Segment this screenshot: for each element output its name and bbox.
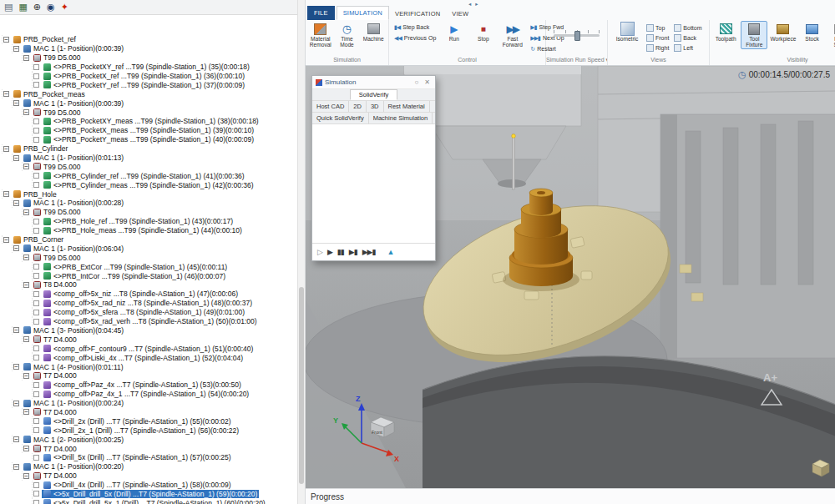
tree-row[interactable]: <comp_off>Liski_4x ...T7 (Spindle-AStati… (0, 353, 297, 362)
operation-checkbox[interactable] (33, 491, 39, 496)
tree-row[interactable]: <>PRB_PocketY_meas ...T99 (Spindle-Stati… (0, 135, 297, 144)
expander-icon[interactable]: − (13, 200, 19, 206)
operation-checkbox[interactable] (33, 355, 39, 360)
tab-quick-solidverify[interactable]: Quick SolidVerify (312, 113, 369, 123)
tree-row[interactable]: −T7 D4.000 (0, 471, 297, 481)
tree-row[interactable]: −PRB_Cylinder (0, 144, 297, 154)
tree-row[interactable]: <comp_off>5x_rad_niz ...T8 (Spindle-ASta… (0, 299, 297, 308)
left-view-button[interactable]: Left (672, 43, 703, 53)
tree-row[interactable]: <>PRB_PocketX_ref ...T99 (Spindle-Statio… (0, 72, 297, 81)
tree-row[interactable]: <>PRB_PocketXY_ref ...T99 (Spindle-Stati… (0, 63, 297, 72)
tree-scrollbar[interactable] (297, 0, 305, 504)
new-document-icon[interactable]: ▤ (4, 3, 13, 12)
expander-icon[interactable]: − (3, 146, 9, 152)
dialog-titlebar[interactable]: Simulation ○ ✕ (312, 76, 435, 89)
operation-checkbox[interactable] (33, 500, 39, 504)
tab-verification[interactable]: VERIFICATION (389, 8, 446, 20)
tree-row[interactable]: −T99 D5.000 (0, 53, 297, 63)
tree-row[interactable]: −T7 D4.000 (0, 335, 297, 344)
tree-row[interactable]: −MAC 1 (2- Position)(0:00:25) (0, 435, 297, 444)
step-forward-button[interactable]: ▶▮ (349, 248, 357, 256)
tree-row[interactable]: <>Drill_2x_1 (Drill) ...T7 (Spindle-ASta… (0, 426, 297, 435)
operation-checkbox[interactable] (33, 219, 39, 224)
tree-row[interactable]: −T99 D5.000 (0, 208, 297, 217)
operation-checkbox[interactable] (33, 82, 39, 88)
isometric-button[interactable]: Isometric (610, 21, 644, 43)
expander-icon[interactable]: − (13, 464, 19, 470)
stop-button[interactable]: ■Stop (469, 21, 497, 49)
expander-icon[interactable]: − (23, 109, 29, 115)
tab-file[interactable]: FILE (307, 6, 335, 20)
tab-machine-simulation[interactable]: Machine Simulation (369, 113, 433, 123)
initial-stock-button[interactable]: Initial Stock (827, 21, 835, 49)
operation-checkbox[interactable] (33, 391, 39, 397)
expander-icon[interactable]: − (23, 409, 29, 415)
expander-icon[interactable]: − (23, 209, 29, 215)
tree-row[interactable]: <>PRB_IntCor ...T99 (Spindle-Station_1) … (0, 271, 297, 280)
tree-row[interactable]: <comp_off>F_contour9 ...T7 (Spindle-ASta… (0, 344, 297, 353)
tree-row[interactable]: <>PRB_ExtCor ...T99 (Spindle-Station_1) … (0, 262, 297, 271)
table-icon[interactable]: ▦ (18, 3, 27, 12)
scrollbar-thumb[interactable] (299, 287, 304, 484)
tree-row[interactable]: <>PRB_Cylinder_ref ...T99 (Spindle-Stati… (0, 171, 297, 180)
step-back-button[interactable]: ▮◀Step Back (392, 22, 438, 33)
simulation-speed-slider[interactable] (554, 28, 600, 40)
expander-icon[interactable]: − (3, 91, 9, 97)
operation-checkbox[interactable] (33, 73, 39, 79)
expander-icon[interactable]: − (23, 282, 29, 288)
tree-row[interactable]: −PRB_Pocket_ref (0, 35, 297, 44)
fast-forward-button[interactable]: ▶▶Fast Forward (498, 21, 526, 49)
tree-row[interactable]: −MAC 1 (4- Position)(0:01:11) (0, 362, 297, 371)
stock-button[interactable]: Stock (798, 21, 825, 43)
expander-icon[interactable]: − (23, 164, 29, 169)
tree-row[interactable]: <>5x_Drill_drill_5x (Drill) ...T7 (Spind… (0, 490, 297, 499)
tree-row[interactable]: −PRB_Hole (0, 189, 297, 199)
tree-row[interactable]: <comp_off>5x_niz ...T8 (Spindle-AStation… (0, 290, 297, 299)
tree-row[interactable]: −T7 D4.000 (0, 444, 297, 453)
tree-row[interactable]: −MAC 1 (1- Position)(0:00:39) (0, 44, 297, 53)
expander-icon[interactable]: − (3, 237, 9, 243)
tab-view[interactable]: VIEW (446, 8, 474, 20)
globe-icon[interactable]: ◉ (47, 3, 55, 12)
operation-checkbox[interactable] (33, 418, 39, 424)
tree-row[interactable]: <>5x_Drill_drill_5x_1 (Drill) ...T7 (Spi… (0, 498, 297, 504)
operation-checkbox[interactable] (33, 345, 39, 351)
tree-row[interactable]: −T99 D5.000 (0, 108, 297, 117)
operation-checkbox[interactable] (33, 173, 39, 179)
tree-row[interactable]: <>PRB_Hole_meas ...T99 (Spindle-Station_… (0, 226, 297, 235)
top-view-button[interactable]: Top (645, 23, 671, 33)
toolpath-button[interactable]: Toolpath (712, 21, 739, 43)
eject-button[interactable]: ▲ (387, 248, 393, 256)
slider-thumb[interactable] (574, 31, 580, 41)
material-removal-button[interactable]: Material Removal (308, 21, 333, 49)
expander-icon[interactable]: − (3, 37, 9, 43)
operation-checkbox[interactable] (33, 137, 39, 143)
tree-row[interactable]: <>PRB_PocketY_ref ...T99 (Spindle-Statio… (0, 80, 297, 89)
operation-checkbox[interactable] (33, 128, 39, 134)
tree-row[interactable]: −T99 D5.000 (0, 162, 297, 171)
tree-row[interactable]: −T7 D4.000 (0, 408, 297, 417)
expander-icon[interactable]: − (13, 436, 19, 442)
expander-icon[interactable]: − (13, 327, 19, 333)
tool-fixture-button[interactable]: Tool Fixture (741, 21, 767, 49)
operation-checkbox[interactable] (33, 310, 39, 315)
expander-icon[interactable]: − (23, 336, 29, 342)
tree-row[interactable]: <>Drill_5x (Drill) ...T7 (Spindle-AStati… (0, 453, 297, 462)
bottom-view-button[interactable]: Bottom (672, 23, 703, 33)
operation-checkbox[interactable] (33, 118, 39, 124)
tab-3d[interactable]: 3D (367, 101, 384, 112)
operation-checkbox[interactable] (33, 455, 39, 461)
close-icon[interactable]: ✕ (423, 78, 432, 86)
pause-button[interactable]: ▮▮ (337, 248, 344, 256)
tree-row[interactable]: <comp_off>Paz_4x_1 ...T7 (Spindle-AStati… (0, 390, 297, 399)
operation-checkbox[interactable] (33, 264, 39, 270)
tree-row[interactable]: <>PRB_Cylinder_meas ...T99 (Spindle-Stat… (0, 180, 297, 189)
expander-icon[interactable]: − (13, 364, 19, 370)
tree-row[interactable]: −MAC 1 (1- Position)(0:00:20) (0, 462, 297, 471)
tree-row[interactable]: <comp_off>5x_sfera ...T8 (Spindle-AStati… (0, 308, 297, 317)
tree-row[interactable]: <>PRB_PocketX_meas ...T99 (Spindle-Stati… (0, 126, 297, 135)
expander-icon[interactable]: − (23, 55, 29, 61)
tree-row[interactable]: <comp_off>Paz_4x ...T7 (Spindle-AStation… (0, 381, 297, 390)
right-view-button[interactable]: Right (645, 43, 671, 53)
expander-icon[interactable]: − (23, 446, 29, 451)
